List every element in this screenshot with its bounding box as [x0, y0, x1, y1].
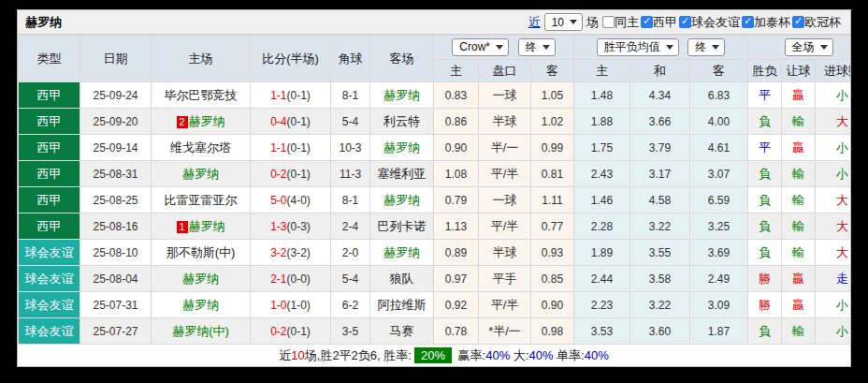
handicap-line: 一球: [479, 82, 531, 109]
avg-home-odds: 3.53: [574, 318, 630, 345]
result-outcome: 勝: [748, 266, 782, 292]
avg-away-odds: 1.87: [690, 318, 748, 345]
handicap-home-odds: 0.92: [434, 292, 479, 318]
handicap-outcome: 輸: [782, 214, 816, 240]
chevron-down-icon: [666, 45, 673, 50]
summary-stat-label: 大:: [510, 348, 528, 362]
chevron-down-icon: [712, 45, 719, 50]
summary-stat-value: 40%: [485, 348, 510, 362]
table-row: 西甲25-09-14维戈塞尔塔1-1(0-1)10-3赫罗纳0.90半/一0.9…: [19, 135, 852, 161]
handicap-outcome: 輸: [782, 240, 816, 266]
avg-away-odds: 4.00: [690, 109, 748, 135]
result-outcome: 平: [748, 135, 782, 161]
avg-away-odds: 3.69: [690, 240, 748, 266]
summary-stat-label: 赢率:: [455, 348, 485, 362]
match-date: 25-08-31: [80, 161, 152, 187]
summary-stats: 赢率:40% 大:40% 单率:40%: [455, 348, 609, 362]
red-card-badge: 1: [177, 221, 188, 233]
handicap-company-select[interactable]: Crow*: [452, 38, 509, 56]
handicap-away-odds: 0.77: [531, 214, 574, 240]
avg-draw-odds: 3.55: [630, 240, 690, 266]
handicap-line: 平/半: [479, 214, 531, 240]
sub-header-handicap-line: 盘口: [479, 60, 531, 82]
europe-final-select[interactable]: 终: [687, 38, 725, 56]
handicap-line: 一球: [479, 187, 531, 214]
goals-outcome: 小: [816, 82, 851, 109]
col-header-away: 客场: [370, 36, 434, 82]
avg-home-odds: 2.28: [574, 214, 630, 240]
goals-outcome: 走: [816, 266, 851, 292]
avg-home-odds: 1.75: [574, 135, 630, 161]
filter-checkbox-同主[interactable]: [602, 16, 615, 28]
avg-draw-odds: 4.58: [630, 187, 690, 214]
col-header-corner: 角球: [331, 36, 370, 82]
handicap-home-odds: 0.89: [434, 240, 479, 266]
avg-draw-odds: 3.79: [630, 135, 690, 161]
match-date: 25-09-24: [80, 82, 152, 109]
filter-checkbox-加泰杯[interactable]: [742, 16, 754, 28]
title-bar: 赫罗纳 近 10 场 同主西甲球会友谊加泰杯欧冠杯: [18, 10, 850, 35]
table-row: 西甲25-08-31赫罗纳0-2(0-1)11-3塞维利亚1.08平/半0.81…: [19, 161, 852, 187]
goals-outcome: 大: [816, 187, 851, 214]
page-title: 赫罗纳: [25, 14, 62, 31]
chevron-down-icon: [820, 45, 828, 50]
table-row: 球会友谊25-08-04赫罗纳2-1(0-0)5-4狼队0.97平手0.852.…: [19, 266, 852, 292]
avg-draw-odds: 3.58: [630, 266, 690, 292]
result-outcome: 負: [748, 187, 782, 214]
goals-outcome: 小: [816, 135, 851, 161]
match-type: 西甲: [19, 109, 80, 135]
corner-score: 8-1: [331, 82, 370, 109]
handicap-home-odds: 0.97: [434, 266, 479, 292]
handicap-home-odds: 0.78: [434, 318, 479, 345]
away-team: 巴列卡诺: [370, 214, 434, 240]
home-team: 赫罗纳(中): [152, 318, 251, 345]
corner-score: 2-4: [331, 214, 370, 240]
league-filter-group: 同主西甲球会友谊加泰杯欧冠杯: [602, 14, 843, 31]
sub-header-handicap-home: 主: [434, 60, 479, 82]
result-outcome: 負: [748, 161, 782, 187]
corner-score: 5-4: [331, 109, 370, 135]
handicap-away-odds: 0.90: [531, 292, 574, 318]
match-type: 球会友谊: [19, 292, 80, 318]
handicap-line: 半球: [479, 109, 531, 135]
filter-checkbox-欧冠杯[interactable]: [792, 16, 804, 28]
handicap-away-odds: 0.93: [531, 240, 574, 266]
avg-away-odds: 6.59: [690, 187, 748, 214]
avg-draw-odds: 3.60: [630, 318, 690, 345]
corner-score: 3-5: [331, 318, 370, 345]
match-type: 球会友谊: [19, 266, 80, 292]
handicap-final-select[interactable]: 终: [518, 38, 556, 56]
handicap-outcome: 輸: [782, 318, 816, 345]
europe-avg-select[interactable]: 胜平负均值: [597, 38, 679, 56]
table-row: 球会友谊25-07-27赫罗纳(中)0-2(0-1)3-5马赛0.78*半/一0…: [19, 318, 852, 345]
avg-home-odds: 2.44: [574, 266, 630, 292]
handicap-away-odds: 0.99: [531, 135, 574, 161]
match-history-table: 类型 日期 主场 比分(半场) 角球 客场 Crow* 终: [18, 35, 851, 367]
scope-select[interactable]: 全场: [785, 38, 833, 56]
filter-label: 同主: [615, 15, 639, 29]
away-team: 狼队: [370, 266, 434, 292]
handicap-home-odds: 0.83: [434, 82, 479, 109]
filter-checkbox-球会友谊[interactable]: [679, 16, 691, 28]
sub-header-avg-away: 客: [690, 60, 748, 82]
goals-outcome: 小: [816, 161, 851, 187]
score: 2-1(0-0): [251, 266, 331, 292]
table-row: 球会友谊25-08-10那不勒斯(中)3-2(3-2)2-0赫罗纳0.89半球0…: [19, 240, 852, 266]
avg-home-odds: 2.43: [574, 161, 630, 187]
handicap-home-odds: 1.13: [434, 214, 479, 240]
match-count-select[interactable]: 10: [544, 13, 583, 31]
summary-stat-value: 40%: [528, 348, 553, 362]
filter-checkbox-西甲[interactable]: [641, 16, 653, 28]
away-team: 塞维利亚: [370, 161, 434, 187]
avg-away-odds: 4.61: [690, 135, 748, 161]
corner-score: 8-1: [331, 187, 370, 214]
corner-score: 10-3: [331, 135, 370, 161]
match-date: 25-07-31: [80, 292, 152, 318]
near-link[interactable]: 近: [528, 14, 541, 31]
match-date: 25-08-04: [80, 266, 152, 292]
filter-label: 球会友谊: [691, 15, 740, 29]
handicap-away-odds: 1.02: [531, 109, 574, 135]
match-type: 西甲: [19, 135, 80, 161]
handicap-outcome: 贏: [782, 82, 816, 109]
col-header-date: 日期: [80, 36, 152, 82]
